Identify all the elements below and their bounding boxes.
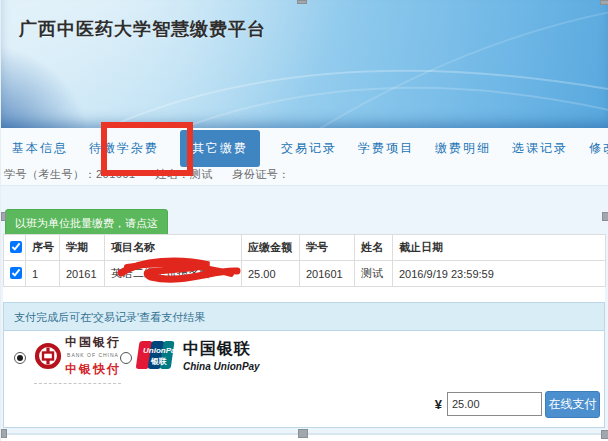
boc-payment-option[interactable]: 中国银行 BANK OF CHINA 中银快付 — [34, 334, 121, 384]
cell-amount: 25.00 — [242, 261, 300, 287]
col-project-name: 项目名称 — [105, 235, 242, 261]
cell-project-name: 英语二级考试报名费 — [105, 261, 242, 287]
cell-seq: 1 — [26, 261, 60, 287]
payment-platform-page: 广西中医药大学智慧缴费平台 基本信息 待缴学杂费 其它缴费 交易记录 学费项目 … — [0, 0, 608, 441]
nav-section: 基本信息 待缴学杂费 其它缴费 交易记录 学费项目 缴费明细 选课记录 修改密码… — [1, 128, 608, 186]
currency-symbol: ¥ — [435, 397, 442, 412]
selection-handle-bottom-left[interactable] — [1, 429, 7, 438]
online-pay-button[interactable]: 在线支付 — [545, 391, 600, 418]
student-name: 姓名：测试 — [155, 168, 213, 180]
boc-radio[interactable] — [14, 352, 26, 364]
nav-item-transactions[interactable]: 交易记录 — [281, 140, 337, 157]
main-content: 以班为单位批量缴费，请点这 序号 学期 项目名称 应缴金额 学号 姓名 截止日期 — [1, 186, 608, 433]
nav-item-payment-details[interactable]: 缴费明细 — [435, 140, 491, 157]
unionpay-en-name: China UnionPay — [183, 361, 260, 372]
svg-text:UnionPay: UnionPay — [143, 346, 176, 355]
student-idcard: 身份证号： — [232, 168, 290, 180]
boc-cn-name: 中国银行 — [65, 334, 121, 351]
col-amount-due: 应缴金额 — [242, 235, 300, 261]
page-title: 广西中医药大学智慧缴费平台 — [19, 17, 266, 41]
selection-handle-middle-left[interactable] — [1, 212, 6, 221]
payment-notice: 支付完成后可在'交易记录'查看支付结果 — [4, 303, 604, 331]
col-term: 学期 — [60, 235, 105, 261]
payment-body: 中国银行 BANK OF CHINA 中银快付 UnionPay — [4, 331, 604, 427]
col-name: 姓名 — [355, 235, 393, 261]
boc-product-name: 中银快付 — [65, 361, 121, 378]
svg-text:银联: 银联 — [150, 357, 167, 366]
student-id: 学号（考生号）：201601 — [4, 168, 136, 180]
nav-item-basic-info[interactable]: 基本信息 — [12, 140, 68, 157]
row-checkbox[interactable] — [10, 267, 22, 279]
unionpay-text-block: 中国银联 China UnionPay — [183, 339, 260, 372]
col-seq: 序号 — [26, 235, 60, 261]
selection-handle-top-middle[interactable] — [297, 0, 307, 4]
unionpay-logo-icon: UnionPay 银联 — [134, 338, 176, 372]
boc-en-name: BANK OF CHINA — [67, 352, 119, 358]
student-info-line: 学号（考生号）：201601 姓名：测试 身份证号： — [4, 167, 306, 182]
unionpay-cn-name: 中国银联 — [183, 339, 260, 360]
nav-item-course-records[interactable]: 选课记录 — [512, 140, 568, 157]
selection-handle-bottom-right[interactable] — [601, 430, 608, 439]
select-all-checkbox[interactable] — [10, 241, 22, 253]
nav-item-pending-fees[interactable]: 待缴学杂费 — [89, 140, 159, 157]
amount-input[interactable] — [447, 392, 542, 416]
fee-table: 序号 学期 项目名称 应缴金额 学号 姓名 截止日期 1 20161 英语二级考… — [3, 234, 606, 287]
selection-handle-bottom-middle[interactable] — [298, 429, 308, 438]
cell-deadline: 2016/9/19 23:59:59 — [393, 261, 606, 287]
nav-item-tuition-items[interactable]: 学费项目 — [358, 140, 414, 157]
unionpay-radio[interactable] — [120, 352, 132, 364]
fee-table-header-row: 序号 学期 项目名称 应缴金额 学号 姓名 截止日期 — [4, 235, 606, 261]
nav-item-other-payments-active[interactable]: 其它缴费 — [180, 130, 260, 167]
cell-student-id: 201601 — [300, 261, 355, 287]
selection-handle-top-right[interactable] — [600, 0, 608, 5]
col-deadline: 截止日期 — [393, 235, 606, 261]
unionpay-payment-option[interactable]: UnionPay 银联 中国银联 China UnionPay — [134, 338, 260, 372]
col-student-id: 学号 — [300, 235, 355, 261]
payment-panel: 支付完成后可在'交易记录'查看支付结果 中国银行 BANK OF CHINA 中… — [3, 302, 605, 428]
boc-text-block: 中国银行 BANK OF CHINA 中银快付 — [65, 334, 121, 378]
bank-of-china-logo-icon — [34, 342, 62, 370]
cell-term: 20161 — [60, 261, 105, 287]
header-banner: 广西中医药大学智慧缴费平台 — [1, 0, 608, 128]
fee-table-row: 1 20161 英语二级考试报名费 25.00 201601 测试 2016/9… — [4, 261, 606, 287]
main-nav: 基本信息 待缴学杂费 其它缴费 交易记录 学费项目 缴费明细 选课记录 修改密码… — [12, 128, 608, 168]
nav-item-change-password[interactable]: 修改密码 — [589, 140, 608, 157]
fee-table-card: 序号 学期 项目名称 应缴金额 学号 姓名 截止日期 1 20161 英语二级考… — [3, 234, 605, 302]
selection-handle-middle-right[interactable] — [602, 212, 608, 221]
cell-name: 测试 — [355, 261, 393, 287]
